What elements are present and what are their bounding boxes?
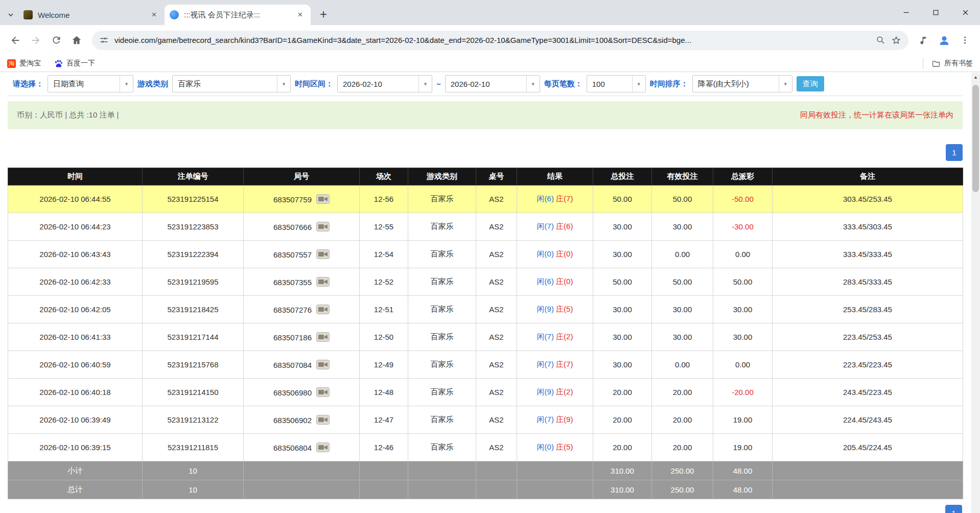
cell-total-bet[interactable]: 30.00 (593, 296, 652, 323)
tab-close-icon[interactable]: × (295, 10, 306, 20)
cell-time: 2026-02-10 06:41:33 (8, 323, 143, 351)
select-value: 日期查询 (48, 79, 120, 89)
cell-bet-id: 523191223853 (143, 213, 244, 241)
cell-time: 2026-02-10 06:42:05 (8, 296, 143, 323)
cell-total-bet[interactable]: 30.00 (593, 351, 652, 379)
cell-round: 683506804 (244, 434, 360, 461)
zoom-icon[interactable] (876, 35, 885, 45)
banker-result: 庄(2) (556, 387, 573, 396)
cell-total-bet[interactable]: 20.00 (593, 434, 652, 461)
browser-tab-betrecord[interactable]: :::视讯 会员下注纪录::: × (165, 5, 311, 25)
cell-payout: 0.00 (713, 241, 773, 268)
column-header: 游戏类别 (408, 168, 476, 185)
cell-session: 12-54 (360, 241, 408, 268)
cell-valid-bet: 30.00 (652, 323, 713, 351)
empty-cell (773, 480, 963, 499)
table-row: 2026-02-10 06:39:15523191211815683506804… (8, 434, 963, 461)
table-row: 2026-02-10 06:42:05523191218425683507276… (8, 296, 963, 323)
cell-total-bet[interactable]: 30.00 (593, 213, 652, 241)
cell-table-no: AS2 (476, 241, 517, 268)
cell-round: 683507666 (244, 213, 360, 241)
video-replay-icon[interactable] (316, 360, 330, 369)
url-bar[interactable]: videoie.com/game/betrecord_search/kind3?… (92, 31, 908, 50)
back-button[interactable] (6, 31, 25, 50)
video-replay-icon[interactable] (316, 332, 330, 342)
profile-avatar[interactable] (935, 31, 953, 50)
window-close-button[interactable] (950, 0, 980, 25)
tab-close-icon[interactable]: × (149, 10, 159, 20)
cell-total-bet[interactable]: 20.00 (593, 379, 652, 406)
home-button[interactable] (67, 31, 86, 50)
menu-icon[interactable] (955, 31, 974, 50)
window-minimize-button[interactable] (891, 0, 921, 25)
cell-total-bet[interactable]: 50.00 (593, 268, 652, 296)
media-controls-icon[interactable] (915, 31, 933, 50)
new-tab-button[interactable]: + (315, 6, 332, 23)
all-bookmarks-button[interactable]: 所有书签 (923, 58, 973, 69)
cell-table-no: AS2 (476, 406, 517, 434)
cell-note: 224.45/243.45 (773, 406, 963, 434)
video-replay-icon[interactable] (316, 222, 330, 231)
bookmark-star-icon[interactable] (891, 35, 901, 45)
table-row: 2026-02-10 06:41:33523191217144683507186… (8, 323, 963, 351)
bookmark-baidu[interactable]: 百度一下 (54, 59, 95, 68)
video-replay-icon[interactable] (316, 305, 330, 314)
tab-search-button[interactable] (3, 5, 18, 25)
round-number: 683507355 (273, 277, 312, 286)
subtotal-label: 小计 (8, 461, 143, 480)
video-replay-icon[interactable] (316, 387, 330, 397)
cell-bet-id: 523191218425 (143, 296, 244, 323)
cell-bet-id: 523191222394 (143, 241, 244, 268)
search-button[interactable]: 查询 (797, 76, 824, 91)
empty-cell (408, 480, 476, 499)
table-header-row: 时间注单编号局号场次游戏类别桌号结果总投注有效投注总派彩备注 (8, 168, 963, 185)
query-type-select[interactable]: 日期查询 ▾ (48, 75, 133, 92)
cell-total-bet[interactable]: 50.00 (593, 185, 652, 213)
tab-title: :::视讯 会员下注纪录::: (184, 10, 295, 20)
cell-note: 223.45/223.45 (773, 351, 963, 379)
forward-button[interactable] (27, 31, 45, 50)
per-page-select[interactable]: 100 ▾ (587, 75, 646, 92)
banker-result: 庄(0) (556, 277, 573, 286)
page-scrollbar[interactable]: ▲ (971, 73, 980, 513)
player-result: 闲(7) (537, 332, 554, 341)
cell-time: 2026-02-10 06:40:59 (8, 351, 143, 379)
browser-tab-welcome[interactable]: Welcome × (18, 5, 165, 25)
cell-game: 百家乐 (408, 296, 476, 323)
window-maximize-button[interactable] (921, 0, 950, 25)
video-replay-icon[interactable] (316, 249, 330, 259)
video-replay-icon[interactable] (316, 415, 330, 425)
cell-total-bet[interactable]: 30.00 (593, 241, 652, 268)
cell-valid-bet: 20.00 (652, 379, 713, 406)
page-button[interactable]: 1 (946, 144, 963, 161)
scroll-up-arrow[interactable]: ▲ (971, 73, 980, 81)
reload-button[interactable] (47, 31, 65, 50)
bookmark-label: 百度一下 (66, 59, 95, 68)
page-button-bottom[interactable]: 1 (945, 505, 962, 513)
chevron-down-icon: ▾ (418, 76, 432, 92)
bookmark-taobao[interactable]: 淘 爱淘宝 (7, 59, 41, 68)
banker-result: 庄(5) (556, 442, 573, 451)
chevron-down-icon: ▾ (779, 76, 792, 92)
cell-result: 闲(7) 庄(2) (517, 323, 593, 351)
round-number: 683507084 (273, 360, 312, 369)
cell-session: 12-48 (360, 379, 408, 406)
date-start-select[interactable]: 2026-02-10 ▾ (337, 75, 432, 92)
scrollbar-thumb[interactable] (972, 85, 979, 192)
video-replay-icon[interactable] (316, 442, 330, 452)
video-replay-icon[interactable] (316, 277, 330, 287)
site-info-icon[interactable] (99, 35, 109, 45)
game-kind-select[interactable]: 百家乐 ▾ (172, 75, 291, 92)
column-header: 桌号 (476, 168, 517, 185)
cell-round: 683507557 (244, 241, 360, 268)
cell-payout: -50.00 (713, 185, 773, 213)
cell-payout: 30.00 (713, 296, 773, 323)
cell-note: 333.45/303.45 (773, 213, 963, 241)
cell-total-bet[interactable]: 20.00 (593, 406, 652, 434)
player-result: 闲(0) (537, 442, 554, 451)
sort-select[interactable]: 降幂(由大到小) ▾ (692, 75, 792, 92)
cell-total-bet[interactable]: 30.00 (593, 323, 652, 351)
video-replay-icon[interactable] (316, 194, 330, 204)
column-header: 总派彩 (713, 168, 773, 185)
date-end-select[interactable]: 2026-02-10 ▾ (445, 75, 540, 92)
